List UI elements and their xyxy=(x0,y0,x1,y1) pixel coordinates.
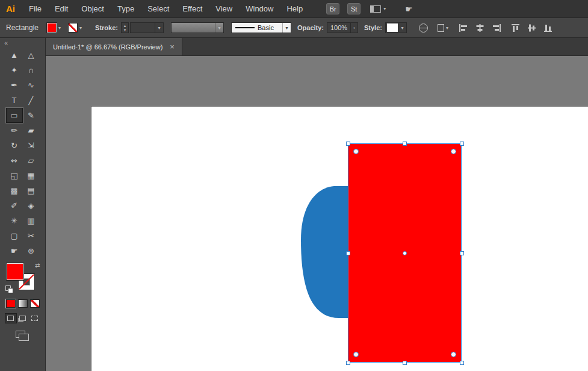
selection-handle-middle-right[interactable] xyxy=(460,251,464,255)
none-button[interactable] xyxy=(30,299,40,308)
paintbrush-tool[interactable]: ✎ xyxy=(23,108,40,123)
artboard-tool[interactable]: ▢ xyxy=(6,228,23,243)
touch-hand-icon[interactable]: ☛ xyxy=(405,4,413,14)
canvas[interactable] xyxy=(46,56,588,371)
default-fill-stroke-icon[interactable] xyxy=(5,285,14,293)
brush-definition-dropdown[interactable]: ▾ xyxy=(215,23,223,33)
selection-center-point[interactable] xyxy=(403,251,407,255)
selection-handle-bottom-center[interactable] xyxy=(403,361,407,365)
lasso-tool[interactable]: ∩ xyxy=(23,63,40,78)
eraser-tool[interactable]: ▰ xyxy=(23,123,40,138)
menu-object[interactable]: Object xyxy=(75,4,111,13)
document-setup-control[interactable]: ▾ xyxy=(438,24,448,32)
slice-tool[interactable]: ✂ xyxy=(23,228,40,243)
align-bottom-icon[interactable] xyxy=(544,24,553,32)
free-transform-tool[interactable]: ▱ xyxy=(23,153,40,168)
chevron-down-icon[interactable]: ▾ xyxy=(58,25,61,31)
menu-effect[interactable]: Effect xyxy=(176,4,209,13)
document-tab[interactable]: Untitled-1* @ 66.67% (RGB/Preview) × xyxy=(46,38,182,55)
selection-handle-bottom-left[interactable] xyxy=(346,361,350,365)
width-tool[interactable]: ↭ xyxy=(6,153,23,168)
selection-handle-top-center[interactable] xyxy=(403,142,407,146)
stepper-up-icon[interactable]: ▴ xyxy=(124,23,126,28)
stock-icon[interactable]: St xyxy=(347,3,361,14)
selection-tool[interactable]: ▲ xyxy=(6,48,23,63)
line-segment-tool[interactable]: ╱ xyxy=(23,93,40,108)
eyedropper-tool[interactable]: ✐ xyxy=(6,198,23,213)
selection-handle-top-right[interactable] xyxy=(460,142,464,146)
type-tool[interactable]: T xyxy=(6,93,23,108)
corner-widget-top-right[interactable] xyxy=(451,149,456,154)
app-logo[interactable]: Ai xyxy=(0,4,22,14)
direct-selection-tool[interactable]: △ xyxy=(23,48,40,63)
close-icon[interactable]: × xyxy=(170,42,175,51)
align-middle-vertical-icon[interactable] xyxy=(528,24,537,32)
fill-color-control[interactable]: ▾ xyxy=(47,23,61,33)
document-tab-title[interactable]: Untitled-1* @ 66.67% (RGB/Preview) xyxy=(53,43,162,51)
stroke-color-swatch[interactable] xyxy=(68,23,78,33)
stroke-weight-stepper[interactable]: ▴ ▾ xyxy=(121,22,129,33)
selection-handle-top-left[interactable] xyxy=(346,142,350,146)
stroke-style-combo[interactable]: Basic ▾ xyxy=(231,22,291,33)
scale-tool[interactable]: ⇲ xyxy=(23,138,40,153)
swap-fill-stroke-icon[interactable]: ⇄ xyxy=(35,262,40,269)
gradient-tool[interactable]: ▤ xyxy=(23,183,40,198)
fill-color-indicator[interactable] xyxy=(7,263,23,280)
align-center-horizontal-icon[interactable] xyxy=(475,24,484,32)
symbol-sprayer-tool[interactable]: ✳ xyxy=(6,213,23,228)
rectangle-tool[interactable]: ▭ xyxy=(6,108,23,123)
menu-window[interactable]: Window xyxy=(239,4,280,13)
align-top-icon[interactable] xyxy=(512,24,521,32)
corner-widget-bottom-right[interactable] xyxy=(451,352,456,357)
magic-wand-tool[interactable]: ✦ xyxy=(6,63,23,78)
bridge-icon[interactable]: Br xyxy=(326,3,339,14)
stepper-down-icon[interactable]: ▾ xyxy=(124,28,126,32)
selection-handle-middle-left[interactable] xyxy=(346,251,350,255)
opacity-value[interactable]: 100% xyxy=(327,24,350,31)
align-left-icon[interactable] xyxy=(459,24,468,32)
pencil-tool[interactable]: ✏ xyxy=(6,123,23,138)
stroke-style-value[interactable]: Basic xyxy=(255,24,282,31)
fill-color-swatch[interactable] xyxy=(47,23,57,33)
globe-icon[interactable] xyxy=(419,23,428,33)
corner-widget-top-left[interactable] xyxy=(353,149,359,154)
shape-builder-tool[interactable]: ◱ xyxy=(6,168,23,183)
align-right-icon[interactable] xyxy=(492,24,501,32)
style-swatch[interactable] xyxy=(387,23,398,32)
menu-select[interactable]: Select xyxy=(141,4,176,13)
style-combo[interactable]: ▾ xyxy=(385,22,407,33)
curvature-tool[interactable]: ∿ xyxy=(23,78,40,93)
column-graph-tool[interactable]: ▥ xyxy=(23,213,40,228)
zoom-tool[interactable]: ⊕ xyxy=(23,243,40,258)
selection-handle-bottom-right[interactable] xyxy=(460,361,464,365)
perspective-grid-tool[interactable]: ▦ xyxy=(23,168,40,183)
menu-file[interactable]: File xyxy=(22,4,48,13)
collapse-panel-icon[interactable]: « xyxy=(0,38,12,46)
opacity-field[interactable]: 100% › xyxy=(327,22,358,33)
rotate-tool[interactable]: ↻ xyxy=(6,138,23,153)
draw-normal-button[interactable] xyxy=(5,313,17,323)
menu-edit[interactable]: Edit xyxy=(48,4,75,13)
draw-behind-button[interactable] xyxy=(17,313,29,323)
draw-inside-button[interactable] xyxy=(29,313,41,323)
blend-tool[interactable]: ◈ xyxy=(23,198,40,213)
screen-mode-button[interactable] xyxy=(16,331,25,338)
stroke-weight-combo[interactable]: ▾ xyxy=(130,22,164,33)
hand-tool[interactable]: ☛ xyxy=(6,243,23,258)
workspace-switcher[interactable]: ▾ xyxy=(370,5,386,13)
menu-help[interactable]: Help xyxy=(280,4,309,13)
stroke-color-control[interactable]: ▾ xyxy=(68,23,82,33)
chevron-down-icon[interactable]: ▾ xyxy=(79,25,82,31)
opacity-flyout[interactable]: › xyxy=(350,23,357,33)
gradient-button[interactable] xyxy=(18,299,28,308)
menu-type[interactable]: Type xyxy=(111,4,141,13)
corner-widget-bottom-left[interactable] xyxy=(353,352,359,357)
style-dropdown[interactable]: ▾ xyxy=(398,23,406,33)
color-button[interactable] xyxy=(6,299,16,308)
stroke-style-dropdown[interactable]: ▾ xyxy=(282,23,291,33)
brush-definition-combo[interactable]: ▾ xyxy=(171,22,224,33)
mesh-tool[interactable]: ▩ xyxy=(6,183,23,198)
pen-tool[interactable]: ✒ xyxy=(6,78,23,93)
menu-view[interactable]: View xyxy=(209,4,239,13)
stroke-weight-dropdown[interactable]: ▾ xyxy=(155,23,163,33)
